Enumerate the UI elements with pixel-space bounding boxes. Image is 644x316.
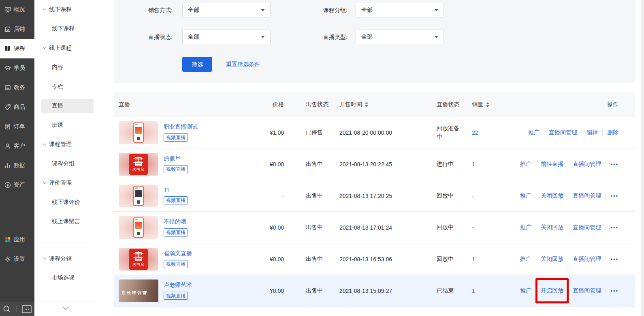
course-title-link[interactable]: 卢老师艺术 — [164, 282, 192, 289]
submenu-item-online-message[interactable]: 线上课留言 — [34, 212, 97, 232]
filter-select-live-status[interactable]: 全部 — [182, 30, 271, 44]
filter-reset-link[interactable]: 重置筛选条件 — [226, 57, 260, 72]
action-close-replay[interactable]: 关闭回放 — [541, 224, 563, 231]
start-time-cell: 2021-08-13 20:22:45 — [339, 148, 392, 180]
orders-icon — [4, 123, 12, 131]
course-thumbnail[interactable]: 店长特训营 — [119, 279, 158, 302]
action-live-room-manage[interactable]: 直播间管理 — [573, 224, 601, 231]
sidebar-item-orders[interactable]: 订单 — [0, 117, 34, 136]
submenu-item-offline-course[interactable]: 线下课程 — [34, 19, 97, 39]
more-actions-button[interactable]: ••• — [610, 224, 618, 230]
course-thumbnail[interactable] — [119, 216, 158, 239]
apps-icon — [4, 236, 12, 244]
submenu-item-class[interactable]: 班课 — [34, 116, 97, 135]
action-separator — [568, 256, 568, 262]
action-edit[interactable]: 编辑 — [586, 129, 598, 136]
assets-icon — [4, 181, 12, 189]
action-separator — [582, 129, 582, 135]
submenu-item-column[interactable]: 专栏 — [34, 77, 97, 97]
submenu-group-review-management[interactable]: 评价管理 — [34, 174, 97, 193]
sidebar-item-shop[interactable]: 店铺 — [0, 19, 34, 39]
selected-highlight — [41, 99, 94, 114]
submenu-item-offline-review[interactable]: 线下课评价 — [34, 193, 97, 212]
submenu-group-course-distribution[interactable]: 课程分销 — [34, 249, 97, 269]
action-live-room-manage[interactable]: 直播间管理 — [573, 161, 601, 168]
filter-select-live-type[interactable]: 全部 — [356, 30, 444, 44]
filter-select-sale-mode[interactable]: 全部 — [182, 3, 271, 17]
course-thumbnail[interactable]: 書名书房 — [119, 248, 158, 271]
action-promote[interactable]: 推广 — [528, 129, 540, 136]
goods-icon — [4, 103, 12, 111]
action-live-room-manage[interactable]: 直播间管理 — [573, 192, 601, 200]
sidebar-item-academic[interactable]: 教务 — [0, 78, 34, 97]
action-live-room-manage[interactable]: 直播间管理 — [549, 129, 577, 136]
filter-select-course-group[interactable]: 全部 — [356, 3, 444, 17]
action-promote[interactable]: 推广 — [520, 224, 531, 231]
submenu-collapse-button[interactable] — [34, 306, 97, 310]
submenu-group-course-management[interactable]: 课程管理 — [34, 135, 97, 155]
submenu-group-online-course[interactable]: 线上课程 — [34, 39, 97, 58]
filter-submit-button[interactable]: 筛选 — [182, 57, 212, 72]
sidebar-item-apps[interactable]: 应用 — [0, 230, 34, 249]
sort-icon[interactable] — [365, 102, 368, 107]
sidebar-item-label: 订单 — [14, 123, 25, 130]
course-title-link[interactable]: 11 — [164, 187, 188, 193]
sale-status-cell: 已停售 — [306, 117, 323, 148]
sale-status-cell: 出售中 — [306, 148, 323, 180]
course-title-link[interactable]: 职业直播测试 — [164, 123, 198, 131]
action-promote[interactable]: 推广 — [520, 287, 531, 295]
submenu-item-content[interactable]: 内容 — [34, 58, 97, 77]
more-actions-button[interactable]: ••• — [610, 256, 618, 262]
action-separator — [602, 129, 603, 135]
chevron-down-icon — [261, 9, 265, 11]
sidebar-item-settings[interactable]: 设置 — [0, 249, 34, 269]
action-close-replay[interactable]: 关闭回放 — [541, 256, 563, 263]
course-title-link[interactable]: 的撒旦 — [164, 155, 188, 162]
course-title-link[interactable]: 不错的哦 — [164, 218, 188, 226]
more-actions-button[interactable]: ••• — [610, 288, 618, 294]
submenu-group-offline-course[interactable]: 线下课程 — [34, 0, 97, 19]
sidebar-item-assets[interactable]: 资产 — [0, 175, 34, 195]
sidebar-item-students[interactable]: 学员 — [0, 58, 34, 78]
more-icon[interactable] — [22, 305, 32, 313]
submenu-item-course-group[interactable]: 课程分组 — [34, 154, 97, 174]
sales-cell: 1 — [472, 243, 475, 275]
sidebar-item-data[interactable]: 数据 — [0, 156, 34, 175]
sort-icon[interactable] — [486, 102, 489, 107]
course-title-link[interactable]: 崔瀚文直播 — [164, 250, 192, 257]
course-thumbnail[interactable] — [119, 121, 158, 144]
action-live-room-manage[interactable]: 直播间管理 — [573, 287, 601, 295]
sidebar-item-label: 教务 — [14, 84, 25, 91]
course-thumbnail[interactable] — [119, 185, 158, 207]
chevron-down-icon — [434, 9, 438, 11]
price-cell: ¥0.00 — [243, 243, 284, 275]
actions-cell: 推广 关闭回放 直播间管理 ••• — [520, 212, 618, 243]
filter-label-sale-mode: 销售方式: — [128, 3, 173, 17]
sidebar-item-course[interactable]: 课程 — [0, 39, 34, 58]
sidebar-item-customers[interactable]: 客户 — [0, 136, 34, 156]
start-time-cell: 2021-08-13 17:20:25 — [339, 180, 392, 211]
more-actions-button[interactable]: ••• — [610, 161, 618, 167]
submenu-item-market-course[interactable]: 市场选课 — [34, 269, 97, 288]
chevron-down-icon — [43, 257, 47, 260]
scrollbar-track[interactable] — [641, 0, 644, 316]
sidebar-item-overview[interactable]: 概况 — [0, 0, 34, 19]
search-icon[interactable] — [3, 305, 11, 313]
price-cell: ¥1.00 — [243, 117, 284, 148]
footer-divider — [16, 306, 17, 312]
action-promote[interactable]: 推广 — [520, 256, 531, 263]
action-go-live[interactable]: 前往直播 — [541, 161, 563, 168]
course-thumbnail[interactable]: 書名书房 — [119, 153, 158, 176]
action-live-room-manage[interactable]: 直播间管理 — [573, 256, 601, 263]
more-actions-button[interactable]: ••• — [610, 193, 618, 199]
action-promote[interactable]: 推广 — [520, 161, 531, 168]
action-open-replay[interactable]: 开启回放 — [541, 287, 563, 295]
sidebar-item-goods[interactable]: 商品 — [0, 97, 34, 117]
table-row: 11 视频直播 - 出售中 2021-08-13 17:20:25 回放中 - … — [114, 180, 635, 212]
submenu-item-live[interactable]: 直播 — [34, 97, 97, 116]
action-separator — [606, 224, 606, 230]
action-close-replay[interactable]: 关闭回放 — [541, 192, 563, 200]
action-promote[interactable]: 推广 — [520, 192, 531, 200]
action-delete[interactable]: 删除 — [607, 129, 618, 136]
secondary-sidebar: 线下课程 线下课程 线上课程 内容 专栏 直播 班课 课程管理 课程分组 评价管… — [34, 0, 97, 316]
